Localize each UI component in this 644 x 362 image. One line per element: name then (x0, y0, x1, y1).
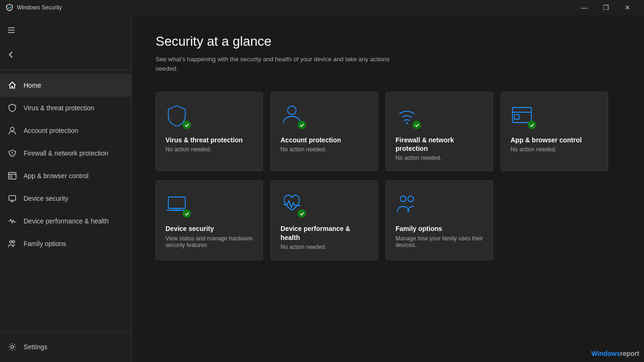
sidebar-item-family[interactable]: Family options (0, 232, 132, 255)
svg-point-11 (13, 241, 15, 243)
card-status-browser: No action needed. (511, 146, 598, 153)
sidebar-item-home[interactable]: Home (0, 74, 132, 97)
svg-rect-6 (10, 176, 12, 178)
sidebar: Home Virus & threat protection (0, 15, 132, 362)
home-icon (8, 81, 17, 90)
account-nav-icon (8, 126, 17, 135)
app-icon (6, 4, 13, 11)
card-icon-wrap-account (281, 104, 303, 128)
card-icon-wrap-device-sec (165, 192, 188, 217)
maximize-button[interactable]: ❐ (595, 0, 617, 15)
card-browser[interactable]: App & browser control No action needed. (501, 92, 608, 171)
app-container: Home Virus & threat protection (0, 15, 644, 362)
svg-rect-17 (514, 115, 519, 119)
svg-rect-4 (8, 173, 16, 179)
family-nav-icon (8, 239, 17, 248)
svg-point-21 (400, 196, 406, 202)
sidebar-top (0, 15, 132, 70)
minimize-button[interactable]: — (573, 0, 595, 15)
sidebar-item-firewall[interactable]: Firewall & network protection (0, 142, 132, 165)
svg-point-22 (408, 196, 413, 202)
sidebar-item-firewall-label: Firewall & network protection (24, 149, 108, 157)
check-badge-virus (182, 121, 191, 129)
watermark-report: report (620, 350, 639, 357)
card-family[interactable]: Family options Manage how your family us… (386, 181, 493, 260)
watermark-windows: Windows (591, 350, 620, 357)
card-status-device-sec: View status and manage hardware security… (165, 235, 253, 248)
card-device-health[interactable]: Device performance & health No action ne… (271, 181, 378, 260)
svg-point-12 (11, 346, 14, 348)
family-card-icon (396, 192, 418, 215)
close-button[interactable]: ✕ (617, 0, 638, 15)
card-status-virus: No action needed. (165, 146, 253, 153)
sidebar-item-settings[interactable]: Settings (0, 336, 132, 358)
sidebar-item-browser[interactable]: App & browser control (0, 165, 132, 187)
sidebar-item-account[interactable]: Account protection (0, 119, 132, 142)
card-firewall[interactable]: Firewall & network protection No action … (386, 92, 493, 171)
sidebar-item-device-health[interactable]: Device performance & health (0, 210, 132, 232)
card-status-account: No action needed. (281, 146, 368, 153)
card-title-browser: App & browser control (511, 136, 598, 144)
sidebar-item-family-label: Family options (24, 240, 66, 247)
sidebar-item-home-label: Home (24, 82, 41, 89)
back-icon (8, 51, 15, 58)
sidebar-item-device-health-label: Device performance & health (24, 217, 109, 225)
card-device-security[interactable]: Device security View status and manage h… (156, 181, 263, 260)
card-title-firewall: Firewall & network protection (396, 136, 483, 153)
sidebar-item-device-security-label: Device security (24, 195, 68, 202)
check-badge-account (297, 121, 306, 129)
check-badge-device-sec (182, 209, 191, 218)
card-icon-wrap-family (396, 192, 418, 217)
card-icon-wrap-firewall (396, 104, 418, 128)
titlebar-controls: — ❐ ✕ (573, 0, 638, 15)
watermark: Windowsreport (591, 350, 639, 357)
settings-icon (8, 342, 17, 352)
sidebar-item-settings-label: Settings (24, 343, 48, 351)
sidebar-item-browser-label: App & browser control (24, 172, 89, 180)
sidebar-item-virus[interactable]: Virus & threat protection (0, 97, 132, 119)
check-badge-device-health (297, 209, 306, 218)
card-title-family: Family options (396, 224, 483, 233)
card-virus-threat[interactable]: Virus & threat protection No action need… (156, 92, 263, 171)
card-title-account: Account protection (281, 136, 368, 144)
svg-rect-7 (9, 196, 16, 200)
svg-point-3 (10, 127, 14, 131)
sidebar-bottom: Settings (0, 331, 132, 362)
sidebar-nav: Home Virus & threat protection (0, 70, 132, 331)
card-status-family: Manage how your family uses their device… (396, 235, 483, 248)
card-icon-wrap-device-health (281, 192, 303, 217)
svg-point-14 (406, 122, 408, 124)
card-status-firewall: No action needed. (396, 155, 483, 161)
svg-point-10 (10, 241, 12, 243)
svg-point-13 (288, 106, 296, 115)
device-security-nav-icon (8, 194, 17, 203)
card-title-device-health: Device performance & health (281, 224, 368, 241)
card-title-virus: Virus & threat protection (165, 136, 253, 144)
titlebar-left: Windows Security (6, 4, 62, 11)
card-title-device-sec: Device security (165, 224, 253, 233)
card-account[interactable]: Account protection No action needed. (271, 92, 378, 171)
svg-rect-15 (512, 107, 531, 123)
browser-nav-icon (8, 171, 17, 181)
device-health-nav-icon (8, 216, 17, 226)
card-status-device-health: No action needed. (281, 244, 368, 250)
check-badge-browser (528, 121, 536, 129)
cards-grid: Virus & threat protection No action need… (156, 92, 608, 260)
sidebar-item-device-security[interactable]: Device security (0, 187, 132, 210)
titlebar: Windows Security — ❐ ✕ (0, 0, 644, 15)
main-content: Security at a glance See what's happenin… (132, 15, 644, 362)
page-title: Security at a glance (156, 34, 620, 49)
back-button[interactable] (0, 43, 23, 66)
card-icon-wrap-browser (511, 104, 533, 128)
titlebar-title: Windows Security (17, 4, 62, 11)
shield-nav-icon (8, 103, 17, 113)
check-badge-firewall (413, 121, 421, 129)
svg-rect-18 (168, 197, 185, 208)
sidebar-item-account-label: Account protection (24, 127, 78, 134)
firewall-nav-icon (8, 148, 17, 158)
card-icon-wrap-virus (165, 104, 188, 128)
hamburger-icon (7, 26, 16, 34)
sidebar-item-virus-label: Virus & threat protection (24, 104, 94, 112)
hamburger-button[interactable] (0, 19, 23, 41)
page-subtitle: See what's happening with the security a… (156, 55, 391, 73)
